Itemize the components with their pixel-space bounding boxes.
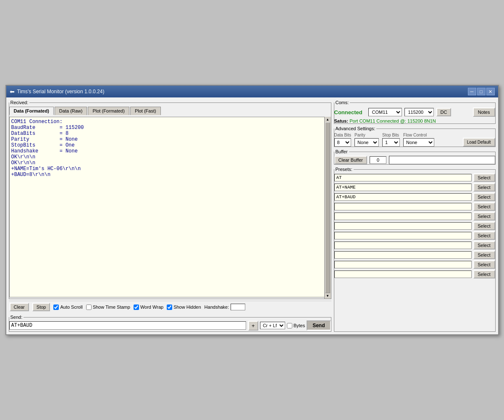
- preset-select-button-6[interactable]: Select: [473, 231, 495, 240]
- preset-input-6[interactable]: [334, 232, 472, 239]
- stop-bits-select[interactable]: 11.52: [382, 138, 400, 147]
- stop-bits-group: Stop Bits 11.52: [382, 133, 400, 147]
- preset-input-5[interactable]: [334, 222, 472, 230]
- auto-scroll-label: Auto Scroll: [60, 304, 82, 310]
- received-panel: Recived: Data (Formated) Data (Raw) Plot…: [9, 100, 331, 299]
- com-port-select[interactable]: COM11 COM1 COM2 COM3: [368, 108, 402, 116]
- clear-buffer-button[interactable]: Clear Buffer: [334, 156, 368, 164]
- buffer-panel: Buffer Clear Buffer 0: [334, 149, 496, 165]
- advanced-row: Data Bits 8765 Parity NoneEvenOddMarkSpa…: [334, 133, 495, 147]
- close-button[interactable]: ✕: [486, 88, 495, 95]
- preset-input-3[interactable]: [334, 203, 472, 210]
- baud-rate-select[interactable]: 115200 9600 19200 38400 57600: [404, 108, 434, 116]
- left-panel: Recived: Data (Formated) Data (Raw) Plot…: [9, 100, 331, 332]
- status-row: Satus: Port COM11 Connected @: 115200 8N…: [334, 118, 495, 123]
- preset-select-button-10[interactable]: Select: [473, 270, 495, 278]
- terminal-output[interactable]: [9, 117, 331, 297]
- title-bar: ⬅ Tims's Serial Monitor (version 1.0.0.2…: [6, 86, 498, 97]
- preset-input-2[interactable]: [334, 193, 472, 201]
- preset-select-button-5[interactable]: Select: [473, 222, 495, 230]
- tab-plot-fast[interactable]: Plot (Fast): [130, 107, 161, 115]
- send-button[interactable]: Send: [307, 320, 331, 331]
- terminal-container: ▲ ▼: [9, 117, 331, 299]
- tab-plot-formated[interactable]: Plot (Formated): [88, 107, 129, 115]
- received-controls: Clear Stop Auto Scroll Show Time Stamp W…: [9, 301, 331, 313]
- preset-row: Select: [334, 270, 495, 278]
- preset-input-9[interactable]: [334, 261, 472, 268]
- preset-input-8[interactable]: [334, 251, 472, 259]
- stop-bits-label: Stop Bits: [382, 133, 400, 137]
- parity-label: Parity: [354, 133, 379, 137]
- maximize-button[interactable]: □: [477, 88, 486, 95]
- auto-scroll-checkbox[interactable]: [53, 304, 59, 310]
- preset-input-7[interactable]: [334, 242, 472, 249]
- tab-data-raw[interactable]: Data (Raw): [55, 107, 87, 115]
- preset-row: Select: [334, 260, 495, 269]
- word-wrap-checkbox[interactable]: [134, 304, 139, 310]
- bytes-label: Bytes: [294, 323, 305, 328]
- status-label: Satus:: [334, 118, 349, 123]
- notes-button[interactable]: Notes: [473, 108, 495, 117]
- parity-select[interactable]: NoneEvenOddMarkSpace: [354, 138, 379, 147]
- word-wrap-label: Word Wrap: [140, 304, 163, 310]
- main-content: Recived: Data (Formated) Data (Raw) Plot…: [9, 100, 496, 332]
- buffer-row: Clear Buffer 0: [334, 156, 495, 164]
- preset-input-1[interactable]: [334, 184, 472, 191]
- preset-select-button-4[interactable]: Select: [473, 212, 495, 220]
- presets-legend: Presets:: [334, 167, 354, 172]
- plus-button[interactable]: +: [248, 321, 258, 331]
- preset-select-button-8[interactable]: Select: [473, 251, 495, 259]
- preset-select-button-9[interactable]: Select: [473, 260, 495, 269]
- dc-button[interactable]: DC: [436, 108, 452, 116]
- bytes-checkbox[interactable]: [287, 323, 292, 328]
- preset-select-button-3[interactable]: Select: [473, 202, 495, 211]
- preset-select-button-1[interactable]: Select: [473, 183, 495, 192]
- flow-control-group: Flow Control NoneHardwareSoftware: [403, 133, 434, 147]
- preset-input-0[interactable]: [334, 174, 472, 181]
- data-bits-group: Data Bits 8765: [334, 133, 352, 147]
- bytes-group[interactable]: Bytes: [287, 323, 305, 328]
- flow-control-label: Flow Control: [403, 133, 434, 137]
- show-time-stamp-checkbox[interactable]: [86, 304, 92, 310]
- clear-button[interactable]: Clear: [10, 303, 29, 311]
- preset-select-button-0[interactable]: Select: [473, 173, 495, 182]
- preset-row: Select: [334, 231, 495, 240]
- preset-row: Select: [334, 241, 495, 249]
- preset-select-button-7[interactable]: Select: [473, 241, 495, 249]
- send-row: + Cr + Lf None Cr Lf Bytes Se: [9, 320, 331, 331]
- send-panel: Send: + Cr + Lf None Cr Lf: [9, 315, 331, 332]
- coms-row: Connected COM11 COM1 COM2 COM3 115200 96…: [334, 108, 495, 117]
- line-ending-select[interactable]: Cr + Lf None Cr Lf: [260, 322, 285, 329]
- send-legend: Send:: [9, 315, 24, 320]
- send-input[interactable]: [9, 321, 247, 330]
- data-bits-label: Data Bits: [334, 133, 352, 137]
- preset-input-10[interactable]: [334, 270, 472, 278]
- preset-row: Select: [334, 251, 495, 259]
- tab-data-formated[interactable]: Data (Formated): [9, 107, 54, 115]
- load-default-button[interactable]: Load Default: [463, 138, 495, 147]
- handshake-input[interactable]: ok: [231, 304, 245, 310]
- preset-row: Select: [334, 202, 495, 211]
- send-controls: + Cr + Lf None Cr Lf Bytes Se: [248, 320, 331, 331]
- show-time-stamp-group[interactable]: Show Time Stamp: [86, 304, 130, 310]
- show-hidden-checkbox[interactable]: [167, 304, 172, 310]
- received-legend: Recived:: [9, 100, 30, 105]
- word-wrap-group[interactable]: Word Wrap: [134, 304, 163, 310]
- presets-panel: Presets: SelectSelectSelectSelectSelectS…: [334, 167, 496, 332]
- title-bar-controls: ─ □ ✕: [468, 88, 495, 95]
- advanced-legend: Advanced Settings:: [334, 126, 377, 131]
- show-hidden-group[interactable]: Show Hidden: [167, 304, 201, 310]
- flow-control-select[interactable]: NoneHardwareSoftware: [403, 138, 434, 147]
- handshake-group: Handshake: ok: [205, 304, 246, 310]
- status-value: Port COM11 Connected @: 115200 8N1N: [349, 118, 436, 123]
- data-bits-select[interactable]: 8765: [334, 138, 352, 147]
- buffer-bar: [389, 156, 495, 164]
- minimize-button[interactable]: ─: [468, 88, 476, 95]
- preset-input-4[interactable]: [334, 213, 472, 220]
- show-time-stamp-label: Show Time Stamp: [93, 304, 130, 310]
- auto-scroll-group[interactable]: Auto Scroll: [53, 304, 82, 310]
- buffer-count: 0: [370, 156, 386, 164]
- stop-button[interactable]: Stop: [32, 303, 50, 311]
- scrollbar[interactable]: ▲ ▼: [324, 117, 331, 299]
- preset-select-button-2[interactable]: Select: [473, 193, 495, 201]
